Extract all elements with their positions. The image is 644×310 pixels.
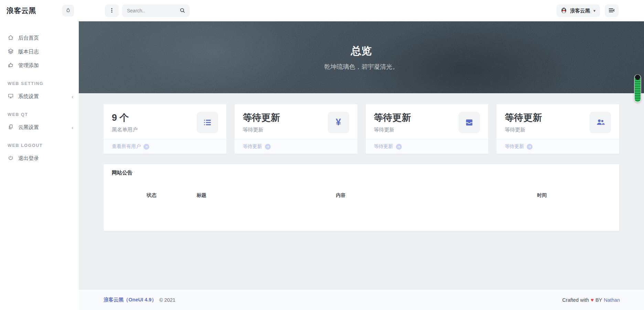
announcements-table-header: 状态 标题 内容 时间	[104, 192, 619, 200]
sidebar-section-web-qt: WEB QT	[0, 112, 79, 117]
chevron-left-icon: ‹	[72, 125, 73, 130]
stat-card-footer-link[interactable]: 等待更新 ➜	[366, 139, 489, 154]
stat-card-body: 等待更新 等待更新	[496, 104, 619, 139]
list-icon	[197, 112, 218, 133]
sidebar-item-label: 退出登录	[18, 155, 39, 162]
card-link-label: 查看所有用户	[112, 143, 141, 150]
stat-value: 9 个	[112, 111, 138, 124]
card-link-label: 等待更新	[374, 143, 393, 150]
footer-copyright: © 2021	[159, 297, 175, 303]
layers-icon	[8, 48, 14, 55]
search-icon[interactable]	[179, 7, 186, 15]
yen-icon: ¥	[328, 112, 349, 133]
stat-value: 等待更新	[243, 111, 280, 124]
column-header-content: 内容	[336, 192, 346, 199]
user-name: 浪客云黑	[570, 8, 590, 14]
thumbs-up-icon	[8, 62, 14, 69]
arrow-right-circle-icon: ➜	[265, 144, 271, 150]
sidebar-section-web-setting: WEB SETTING	[0, 81, 79, 86]
footer-left: 浪客云黑（OneUI 4.9） © 2021	[104, 297, 175, 303]
power-icon	[8, 155, 14, 162]
stat-value: 等待更新	[374, 111, 411, 124]
logo-row: 浪客云黑	[0, 0, 79, 21]
sidebar-item-changelog[interactable]: 版本日志	[0, 45, 79, 58]
page-footer: 浪客云黑（OneUI 4.9） © 2021 Crafted with ♥ BY…	[79, 290, 644, 310]
sidebar-item-cloud-settings[interactable]: 云黑设置 ‹	[0, 120, 79, 134]
arrow-right-circle-icon: ➜	[143, 144, 149, 150]
chevron-left-icon: ‹	[72, 94, 73, 99]
kebab-menu-button[interactable]	[105, 4, 119, 17]
sidebar: 浪客云黑 后台首页 版本日志	[0, 0, 79, 310]
hero-light-patch	[124, 21, 303, 93]
sidebar-item-label: 系统设置	[18, 93, 39, 100]
hero-banner: 总览 乾坤琉璃色，碧宇凝清光。	[79, 21, 644, 93]
stat-card-blacklist: 9 个 黑名单用户 查看所有用户 ➜	[104, 104, 226, 154]
search-bar	[122, 4, 190, 17]
chevron-down-icon: ▼	[593, 9, 596, 13]
sidebar-item-label: 管理添加	[18, 62, 39, 69]
stat-card-money: 等待更新 等待更新 ¥ 等待更新 ➜	[235, 104, 357, 154]
stat-card-body: 9 个 黑名单用户	[104, 104, 226, 139]
droplet-icon	[65, 8, 71, 14]
kebab-icon	[109, 8, 114, 14]
stat-card-body: 等待更新 等待更新	[366, 104, 489, 139]
users-icon	[590, 112, 611, 133]
arrow-right-circle-icon: ➜	[527, 144, 533, 150]
topbar-right: 浪客云黑 ▼	[557, 4, 619, 17]
home-icon	[8, 34, 14, 42]
layout-menu-button[interactable]	[605, 4, 619, 17]
sidebar-item-system-settings[interactable]: 系统设置 ‹	[0, 89, 79, 103]
announcements-panel: 网站公告 状态 标题 内容 时间	[104, 164, 619, 231]
stat-card-footer-link[interactable]: 等待更新 ➜	[496, 139, 619, 154]
sidebar-item-label: 云黑设置	[18, 124, 39, 131]
topbar: 浪客云黑 ▼	[79, 0, 644, 21]
footer-brand-link[interactable]: 浪客云黑（OneUI 4.9）	[104, 297, 157, 303]
inbox-icon	[459, 112, 480, 133]
sidebar-item-home[interactable]: 后台首页	[0, 31, 79, 45]
stat-label: 等待更新	[374, 127, 411, 133]
main-area: 浪客云黑 ▼ 总览 乾坤琉璃色，碧宇凝清光。	[79, 0, 644, 310]
sidebar-section-web-logout: WEB LOGOUT	[0, 143, 79, 148]
arrow-right-circle-icon: ➜	[396, 144, 402, 150]
heart-icon: ♥	[591, 297, 594, 303]
column-header-status: 状态	[147, 192, 156, 199]
stat-card-footer-link[interactable]: 等待更新 ➜	[235, 139, 357, 154]
sidebar-item-logout[interactable]: 退出登录	[0, 151, 79, 165]
stat-label: 黑名单用户	[112, 127, 138, 133]
stat-label: 等待更新	[243, 127, 280, 133]
stat-card-footer-link[interactable]: 查看所有用户 ➜	[104, 139, 226, 154]
stat-card-inbox: 等待更新 等待更新 等待更新 ➜	[366, 104, 489, 154]
footer-crafted-text: Crafted with	[562, 297, 589, 303]
card-link-label: 等待更新	[243, 143, 262, 150]
hero-dark-patch	[356, 21, 576, 93]
sidebar-item-label: 后台首页	[18, 35, 39, 41]
footer-by-text: BY	[595, 297, 602, 303]
documents-icon	[8, 124, 14, 131]
stat-cards-row: 9 个 黑名单用户 查看所有用户 ➜ 等	[104, 104, 619, 154]
stat-label: 等待更新	[505, 127, 542, 133]
card-link-label: 等待更新	[505, 143, 524, 150]
stat-card-body: 等待更新 等待更新 ¥	[235, 104, 357, 139]
footer-right: Crafted with ♥ BY Nathan	[562, 297, 620, 303]
panel-title: 网站公告	[104, 164, 619, 176]
menu-icon	[609, 8, 615, 14]
column-header-time: 时间	[537, 192, 547, 199]
stat-value: 等待更新	[505, 111, 542, 124]
brand-logo[interactable]: 浪客云黑	[7, 6, 36, 15]
scroll-indicator[interactable]	[635, 75, 641, 102]
sidebar-item-admin-add[interactable]: 管理添加	[0, 58, 79, 72]
page-subtitle: 乾坤琉璃色，碧宇凝清光。	[324, 63, 399, 71]
sidebar-nav: 后台首页 版本日志 管理添加 WEB SETTING	[0, 21, 79, 165]
user-menu-button[interactable]: 浪客云黑 ▼	[557, 4, 600, 17]
page-title: 总览	[351, 44, 372, 58]
avatar	[560, 7, 567, 15]
theme-droplet-button[interactable]	[62, 5, 74, 17]
content: 9 个 黑名单用户 查看所有用户 ➜ 等	[79, 93, 644, 290]
stat-card-users: 等待更新 等待更新 等待更新 ➜	[496, 104, 619, 154]
sidebar-item-label: 版本日志	[18, 49, 39, 55]
column-header-title: 标题	[197, 192, 206, 199]
monitor-icon	[8, 93, 14, 100]
footer-author-link[interactable]: Nathan	[604, 297, 620, 303]
